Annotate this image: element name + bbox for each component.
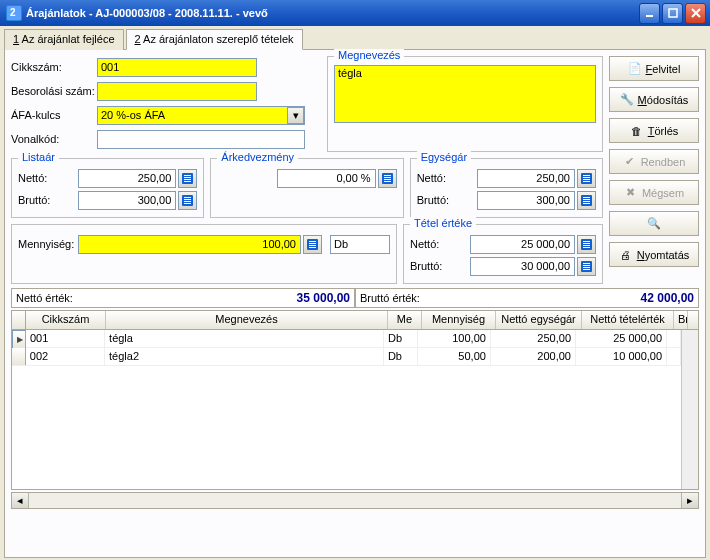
vonalkod-label: Vonalkód: bbox=[11, 133, 97, 145]
afa-label: ÁFA-kulcs bbox=[11, 109, 97, 121]
calc-icon[interactable] bbox=[178, 191, 197, 210]
cikkszam-input[interactable] bbox=[97, 58, 257, 77]
torles-button[interactable]: 🗑Törlés bbox=[609, 118, 699, 143]
netto-total-label: Nettó érték: bbox=[16, 292, 73, 304]
mennyiseg-input[interactable]: 100,00 bbox=[78, 235, 301, 254]
app-icon bbox=[6, 5, 22, 21]
edit-icon: 🔧 bbox=[620, 93, 634, 107]
calc-icon[interactable] bbox=[378, 169, 397, 188]
besorolasi-input[interactable] bbox=[97, 82, 257, 101]
rendben-button: ✔Rendben bbox=[609, 149, 699, 174]
listaar-brutto[interactable]: 300,00 bbox=[78, 191, 176, 210]
new-icon: 📄 bbox=[628, 62, 642, 76]
besorolasi-label: Besorolási szám: bbox=[11, 85, 97, 97]
tetel-netto[interactable]: 25 000,00 bbox=[470, 235, 575, 254]
arkedv-value[interactable]: 0,00 % bbox=[277, 169, 375, 188]
modositas-button[interactable]: 🔧Módosítás bbox=[609, 87, 699, 112]
brutto-total-label: Bruttó érték: bbox=[360, 292, 420, 304]
felvitel-rest: elvitel bbox=[652, 63, 680, 75]
maximize-button[interactable] bbox=[662, 3, 683, 24]
calc-icon[interactable] bbox=[577, 191, 596, 210]
rowheader-corner bbox=[12, 311, 26, 329]
printer-icon: 🔍 bbox=[647, 217, 661, 231]
tetel-brutto-label: Bruttó: bbox=[410, 260, 470, 272]
calc-icon[interactable] bbox=[577, 169, 596, 188]
col-mennyiseg[interactable]: Mennyiség bbox=[422, 311, 496, 329]
trash-icon: 🗑 bbox=[630, 124, 644, 138]
listaar-netto[interactable]: 250,00 bbox=[78, 169, 176, 188]
table-row[interactable]: 002 tégla2 Db 50,00 200,00 10 000,00 bbox=[12, 348, 681, 366]
brutto-total: 42 000,00 bbox=[420, 291, 694, 305]
netto-total: 35 000,00 bbox=[73, 291, 350, 305]
tetel-brutto[interactable]: 30 000,00 bbox=[470, 257, 575, 276]
listaar-brutto-label: Bruttó: bbox=[18, 194, 78, 206]
megsem-button: ✖Mégsem bbox=[609, 180, 699, 205]
scroll-right-icon[interactable]: ▸ bbox=[681, 493, 698, 508]
calc-icon[interactable] bbox=[577, 257, 596, 276]
items-grid[interactable]: Cikkszám Megnevezés Me Mennyiség Nettó e… bbox=[11, 310, 699, 490]
egysegar-netto-label: Nettó: bbox=[417, 172, 477, 184]
scroll-left-icon[interactable]: ◂ bbox=[12, 493, 29, 508]
col-megnevezes[interactable]: Megnevezés bbox=[106, 311, 388, 329]
egysegar-title: Egységár bbox=[417, 151, 471, 163]
cikkszam-label: Cikkszám: bbox=[11, 61, 97, 73]
tetel-title: Tétel értéke bbox=[410, 217, 476, 229]
listaar-title: Listaár bbox=[18, 151, 59, 163]
egysegar-brutto-label: Bruttó: bbox=[417, 194, 477, 206]
col-tetelertek[interactable]: Nettó tételérték bbox=[582, 311, 674, 329]
tab-items[interactable]: 2 Az árajánlaton szereplő tételek bbox=[126, 29, 303, 50]
tab-header[interactable]: 1 Az árajánlat fejléce bbox=[4, 29, 124, 50]
mennyiseg-unit[interactable] bbox=[330, 235, 390, 254]
calc-icon[interactable] bbox=[577, 235, 596, 254]
row-indicator bbox=[12, 330, 26, 349]
mennyiseg-label: Mennyiség: bbox=[18, 238, 78, 250]
cancel-icon: ✖ bbox=[624, 186, 638, 200]
calc-icon[interactable] bbox=[178, 169, 197, 188]
horizontal-scrollbar[interactable]: ◂ ▸ bbox=[11, 492, 699, 509]
egysegar-netto[interactable]: 250,00 bbox=[477, 169, 575, 188]
col-cikkszam[interactable]: Cikkszám bbox=[26, 311, 106, 329]
afa-select[interactable]: 20 %-os ÁFA ▾ bbox=[97, 106, 305, 125]
check-icon: ✔ bbox=[623, 155, 637, 169]
felvitel-button[interactable]: 📄Felvitel bbox=[609, 56, 699, 81]
nyomtatas-preview-button[interactable]: 🔍 bbox=[609, 211, 699, 236]
tetel-netto-label: Nettó: bbox=[410, 238, 470, 250]
listaar-netto-label: Nettó: bbox=[18, 172, 78, 184]
svg-rect-1 bbox=[669, 9, 677, 17]
egysegar-brutto[interactable]: 300,00 bbox=[477, 191, 575, 210]
col-me[interactable]: Me bbox=[388, 311, 422, 329]
arkedv-title: Árkedvezmény bbox=[217, 151, 298, 163]
calc-icon[interactable] bbox=[303, 235, 322, 254]
window-title: Árajánlatok - AJ-000003/08 - 2008.11.11.… bbox=[26, 7, 639, 19]
row-indicator bbox=[12, 348, 26, 365]
close-button[interactable] bbox=[685, 3, 706, 24]
nyomtatas-button[interactable]: 🖨Nyomtatás bbox=[609, 242, 699, 267]
col-egysegar[interactable]: Nettó egységár bbox=[496, 311, 582, 329]
vonalkod-input[interactable] bbox=[97, 130, 305, 149]
table-row[interactable]: 001 tégla Db 100,00 250,00 25 000,00 bbox=[12, 330, 681, 348]
megnevezes-title: Megnevezés bbox=[334, 49, 404, 61]
col-brutto[interactable]: Br bbox=[674, 311, 688, 329]
chevron-down-icon[interactable]: ▾ bbox=[287, 107, 304, 124]
vertical-scrollbar[interactable] bbox=[681, 330, 698, 489]
afa-value: 20 %-os ÁFA bbox=[101, 109, 165, 121]
megnevezes-input[interactable]: tégla bbox=[334, 65, 596, 123]
printer-icon: 🖨 bbox=[619, 248, 633, 262]
minimize-button[interactable] bbox=[639, 3, 660, 24]
